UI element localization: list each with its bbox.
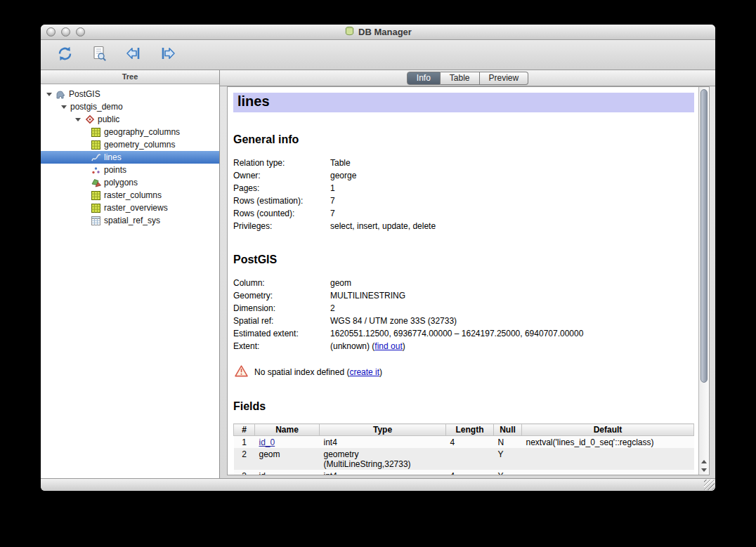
export-layer-icon [159, 45, 177, 65]
tree-item-label: geometry_columns [104, 140, 175, 150]
info-row: Privileges: select, insert, update, dele… [233, 220, 694, 232]
col-header-null[interactable]: Null [494, 424, 522, 436]
disclosure-triangle[interactable] [74, 116, 82, 124]
tree-item-label: public [98, 114, 119, 124]
tree-item-public[interactable]: public [41, 113, 219, 126]
zoom-button[interactable] [76, 27, 85, 37]
close-button[interactable] [46, 27, 56, 37]
polygon-layer-icon [91, 178, 101, 187]
statusbar [41, 478, 715, 491]
export-layer-button[interactable] [155, 43, 181, 67]
vertical-scrollbar[interactable] [698, 87, 709, 475]
refresh-button[interactable] [52, 43, 77, 67]
info-label: Rows (counted): [233, 207, 330, 220]
tree-item-label: raster_overviews [104, 203, 168, 213]
field-num: 1 [234, 436, 255, 449]
detail-panel: Info Table Preview lines General info Re… [220, 70, 715, 478]
scroll-up-button[interactable] [699, 457, 709, 466]
disclosure-triangle[interactable] [45, 91, 53, 98]
tree-item-label: points [104, 165, 126, 175]
db-tree: PostGIS postgis_demo public [41, 84, 219, 478]
info-label: Dimension: [233, 302, 330, 315]
field-name-link[interactable]: id_0 [259, 437, 275, 447]
field-row[interactable]: 2 geom geometry (MultiLineString,32733) … [234, 448, 694, 470]
minimize-button[interactable] [61, 27, 70, 37]
tree-item-label: raster_columns [104, 190, 162, 200]
resize-grip[interactable] [704, 480, 715, 490]
field-length: 4 [446, 470, 494, 475]
field-length [446, 448, 494, 470]
tree-item-raster-overviews[interactable]: raster_overviews [41, 202, 219, 214]
db-manager-window: DB Manager [41, 25, 715, 491]
warning-text-pre: No spatial index defined ( [254, 367, 349, 377]
col-header-length[interactable]: Length [446, 424, 494, 436]
field-name: id_0 [255, 436, 320, 449]
fields-heading: Fields [233, 400, 694, 413]
info-row: Spatial ref: WGS 84 / UTM zone 33S (3273… [233, 315, 694, 327]
info-value: geom [330, 277, 694, 289]
tab-preview[interactable]: Preview [480, 72, 529, 85]
field-row[interactable]: 1 id_0 int4 4 N nextval('lines_id_0_seq'… [234, 436, 694, 449]
info-value: 7 [330, 207, 694, 220]
disclosure-triangle[interactable] [60, 103, 67, 111]
field-length: 4 [446, 436, 494, 449]
fields-table: # Name Type Length Null Default 1 [233, 423, 694, 475]
info-label: Geometry: [233, 289, 330, 302]
toolbar [41, 40, 715, 70]
field-null: N [494, 436, 522, 449]
find-out-link[interactable]: find out [374, 341, 402, 351]
fields-header-row: # Name Type Length Null Default [234, 424, 694, 436]
page-title: lines [233, 93, 694, 112]
tree-item-postgis-demo[interactable]: postgis_demo [41, 100, 219, 113]
tree-item-lines[interactable]: lines [41, 151, 219, 164]
tree-item-raster-columns[interactable]: raster_columns [41, 189, 219, 202]
warning-text-post: ) [379, 367, 382, 377]
refresh-icon [56, 45, 74, 65]
tree-item-label: postgis_demo [70, 102, 123, 112]
info-value: george [330, 169, 694, 182]
tree-item-points[interactable]: points [41, 164, 219, 176]
spatial-index-warning: No spatial index defined (create it) [235, 365, 694, 379]
info-content: lines General info Relation type: Table … [228, 87, 698, 475]
info-row: Rows (estimation): 7 [233, 195, 694, 207]
tree-item-label: PostGIS [69, 89, 100, 99]
tree-item-polygons[interactable]: polygons [41, 176, 219, 189]
tree-item-geography-columns[interactable]: geography_columns [41, 126, 219, 138]
tree-item-spatial-ref-sys[interactable]: spatial_ref_sys [41, 214, 219, 227]
panel-splitter[interactable] [219, 70, 222, 478]
tab-table[interactable]: Table [441, 72, 480, 85]
sql-window-icon [91, 45, 107, 65]
field-default: nextval('lines_id_0_seq'::regclass) [522, 436, 694, 449]
create-index-link[interactable]: create it [349, 367, 379, 377]
col-header-default[interactable]: Default [522, 424, 694, 436]
field-type: int4 [320, 436, 446, 449]
info-value: WGS 84 / UTM zone 33S (32733) [330, 315, 694, 327]
info-row: Column: geom [233, 277, 694, 289]
col-header-num[interactable]: # [234, 424, 255, 436]
point-layer-icon [91, 165, 101, 175]
tab-info[interactable]: Info [407, 72, 441, 85]
table-layer-icon [91, 190, 101, 200]
info-value: 7 [330, 195, 694, 207]
col-header-type[interactable]: Type [320, 424, 446, 436]
field-name: id [255, 470, 320, 475]
tree-item-geometry-columns[interactable]: geometry_columns [41, 138, 219, 151]
scroll-down-button[interactable] [699, 466, 709, 474]
field-type: geometry (MultiLineString,32733) [320, 448, 446, 470]
window-title-text: DB Manager [358, 27, 412, 37]
general-info-heading: General info [233, 133, 694, 146]
info-row: Rows (counted): 7 [233, 207, 694, 220]
scrollbar-thumb[interactable] [700, 89, 708, 383]
titlebar[interactable]: DB Manager [41, 25, 715, 40]
field-default [522, 448, 694, 470]
extent-value-close: ) [403, 341, 405, 351]
info-value: select, insert, update, delete [330, 220, 694, 232]
traffic-lights [46, 27, 85, 37]
sql-window-button[interactable] [86, 43, 112, 67]
tree-item-label: spatial_ref_sys [104, 216, 160, 225]
import-layer-button[interactable] [121, 43, 146, 67]
tree-item-postgis[interactable]: PostGIS [41, 88, 219, 100]
table-layer-icon [91, 203, 101, 213]
col-header-name[interactable]: Name [255, 424, 320, 436]
field-row[interactable]: 3 id int4 4 Y [234, 470, 694, 475]
